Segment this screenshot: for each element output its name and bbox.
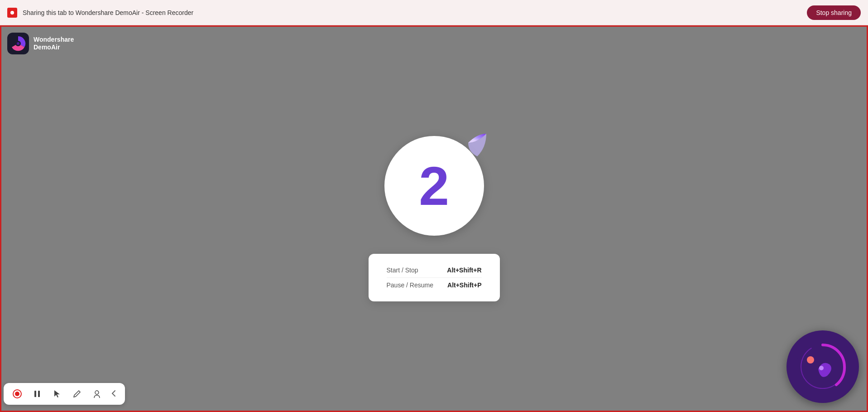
svg-point-2 [17,42,19,45]
annotation-button[interactable] [91,388,103,400]
page-curl [450,134,486,170]
app-name-line1: Wondershare [34,36,74,44]
app-logo-text: Wondershare DemoAir [34,36,74,51]
cursor-button[interactable] [51,388,63,400]
sharing-icon [7,8,17,18]
app-logo-icon [7,33,29,54]
draw-button[interactable] [71,388,83,400]
svg-point-7 [95,391,99,394]
sharing-text: Sharing this tab to Wondershare DemoAir … [23,9,801,16]
countdown-container: 2 [384,136,484,236]
shortcut-row-pause-resume: Pause / Resume Alt+Shift+P [387,277,482,292]
collapse-button[interactable] [110,389,118,399]
shortcuts-panel: Start / Stop Alt+Shift+R Pause / Resume … [369,254,500,301]
record-stop-button[interactable] [11,388,24,400]
bottom-toolbar [4,383,125,405]
browser-bar: Sharing this tab to Wondershare DemoAir … [0,0,868,25]
app-logo: Wondershare DemoAir [7,33,74,54]
countdown-number: 2 [419,159,449,213]
app-name-line2: DemoAir [34,44,74,51]
svg-point-11 [819,366,824,370]
pause-button[interactable] [31,388,43,400]
demoair-float-button[interactable] [786,330,859,403]
shortcut-keys-pause-resume: Alt+Shift+P [447,281,481,289]
shortcut-keys-start-stop: Alt+Shift+R [447,267,481,274]
main-area: Wondershare DemoAir 2 [0,25,868,412]
svg-rect-6 [38,391,40,397]
svg-rect-5 [34,391,36,397]
svg-point-4 [15,392,19,396]
shortcut-row-start-stop: Start / Stop Alt+Shift+R [387,263,482,277]
shortcut-label-start-stop: Start / Stop [387,267,418,274]
stop-sharing-button[interactable]: Stop sharing [807,5,861,20]
shortcut-label-pause-resume: Pause / Resume [387,281,434,289]
countdown-circle: 2 [384,136,484,236]
svg-point-10 [807,356,814,364]
